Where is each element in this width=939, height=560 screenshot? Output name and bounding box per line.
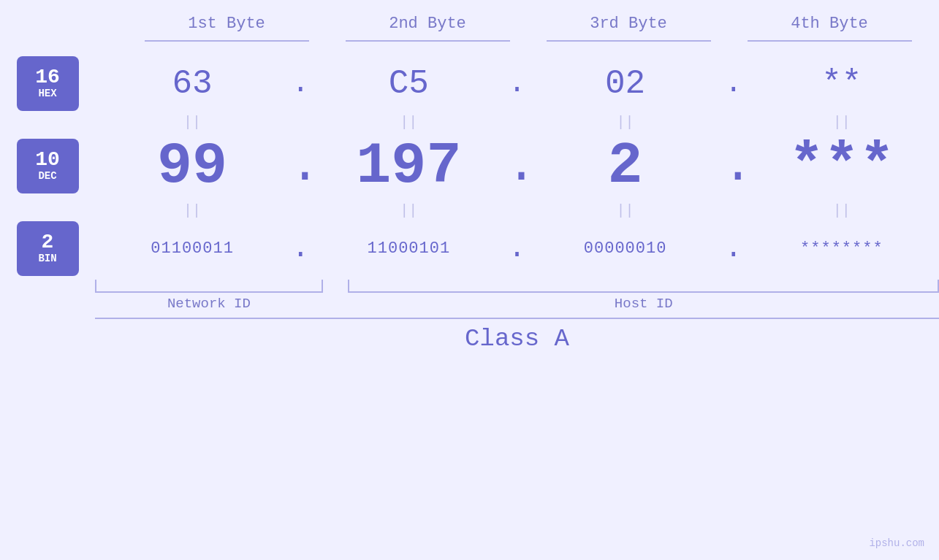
- dec-badge: 10 DEC: [17, 139, 79, 193]
- hex-b3: 02: [528, 65, 723, 103]
- hex-values: 63 . C5 . 02 . **: [95, 65, 939, 103]
- byte3-header: 3rd Byte: [539, 15, 718, 33]
- dec-badge-cell: 10 DEC: [0, 139, 95, 193]
- eq1-b4: ||: [745, 114, 939, 131]
- eq1-b2: ||: [311, 114, 506, 131]
- dec-base-num: 10: [35, 150, 60, 170]
- hex-base-label: HEX: [38, 88, 56, 100]
- hex-row: 16 HEX 63 . C5 . 02 . **: [0, 56, 939, 111]
- bin-b3: 00000010: [528, 239, 723, 258]
- bracket-1: [145, 40, 309, 42]
- dec-dot1: .: [289, 141, 311, 192]
- bracket-4: [748, 40, 912, 42]
- id-labels: Network ID Host ID: [95, 296, 939, 312]
- bottom-brackets: Network ID Host ID: [95, 280, 939, 312]
- hex-badge-cell: 16 HEX: [0, 56, 95, 111]
- class-bracket: [95, 318, 939, 319]
- dec-b1: 99: [95, 133, 289, 199]
- dec-b3: 2: [528, 133, 723, 199]
- bin-badge-cell: 2 BIN: [0, 221, 95, 276]
- hex-dot1: .: [289, 67, 311, 100]
- class-label: Class A: [95, 325, 939, 353]
- hex-b1: 63: [95, 65, 289, 103]
- host-bracket: [348, 280, 939, 293]
- bin-base-num: 2: [42, 232, 54, 253]
- bin-row: 2 BIN 01100011 . 11000101 . 00000010 . *…: [0, 221, 939, 276]
- hex-b4: **: [745, 65, 939, 103]
- hex-b2: C5: [311, 65, 506, 103]
- bracket-3: [547, 40, 711, 42]
- bracket-containers: [95, 280, 939, 293]
- eq2-b1: ||: [95, 202, 289, 219]
- network-bracket: [95, 280, 323, 293]
- hex-badge: 16 HEX: [17, 56, 79, 111]
- dec-base-label: DEC: [38, 170, 56, 183]
- hex-dot2: .: [506, 67, 528, 100]
- dec-values: 99 . 197 . 2 . ***: [95, 133, 939, 199]
- bin-dot2: .: [506, 232, 528, 265]
- byte2-header: 2nd Byte: [338, 15, 517, 33]
- hex-base-num: 16: [35, 67, 60, 88]
- bin-b2: 11000101: [311, 239, 506, 258]
- dec-dot2: .: [506, 141, 528, 192]
- bracket-row: [115, 40, 919, 42]
- bin-dot3: .: [723, 232, 745, 265]
- bin-b1: 01100011: [95, 239, 289, 258]
- dec-dot3: .: [723, 141, 745, 192]
- header-row: 1st Byte 2nd Byte 3rd Byte 4th Byte: [115, 15, 919, 33]
- bin-b4: ********: [745, 239, 939, 258]
- eq2-b2: ||: [311, 202, 506, 219]
- class-row: Class A: [0, 318, 939, 353]
- class-section: Class A: [95, 318, 939, 353]
- bin-dot1: .: [289, 232, 311, 265]
- network-id-label: Network ID: [95, 296, 323, 312]
- eq2-b4: ||: [745, 202, 939, 219]
- bottom-brackets-row: Network ID Host ID: [0, 280, 939, 312]
- host-id-label: Host ID: [348, 296, 939, 312]
- equals-row-1: || || || ||: [0, 111, 939, 133]
- watermark: ipshu.com: [869, 537, 924, 549]
- equals-row-2: || || || ||: [0, 199, 939, 221]
- eq1-b3: ||: [528, 114, 723, 131]
- dec-b2: 197: [311, 133, 506, 199]
- eq2-b3: ||: [528, 202, 723, 219]
- dec-b4: ***: [745, 133, 939, 199]
- dec-row: 10 DEC 99 . 197 . 2 . ***: [0, 133, 939, 199]
- bin-base-label: BIN: [38, 253, 56, 265]
- byte1-header: 1st Byte: [137, 15, 316, 33]
- main-layout: 16 HEX 63 . C5 . 02 . ** || || |: [0, 56, 939, 353]
- main-container: 1st Byte 2nd Byte 3rd Byte 4th Byte 16 H…: [0, 0, 939, 560]
- eq1-b1: ||: [95, 114, 289, 131]
- bracket-2: [346, 40, 510, 42]
- byte4-header: 4th Byte: [740, 15, 919, 33]
- bin-values: 01100011 . 11000101 . 00000010 . *******…: [95, 232, 939, 265]
- bin-badge: 2 BIN: [17, 221, 79, 276]
- hex-dot3: .: [723, 67, 745, 100]
